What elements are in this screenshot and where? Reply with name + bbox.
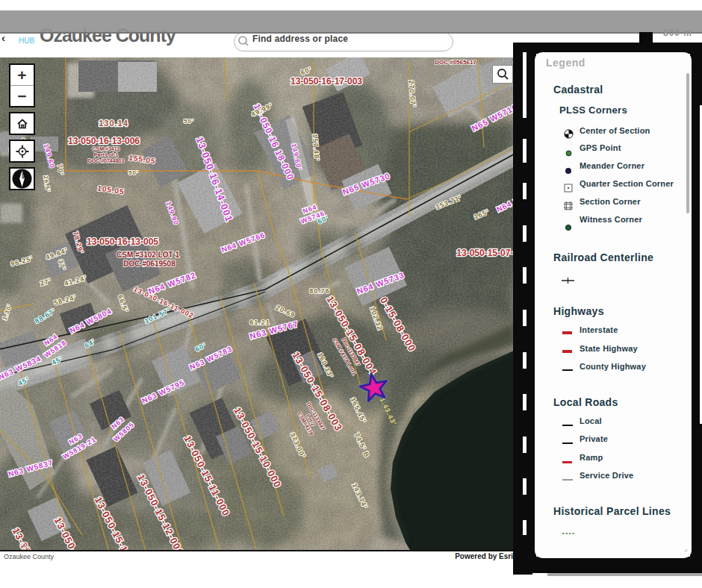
svg-text:CSM #3413: CSM #3413 xyxy=(93,146,120,151)
svg-text:13-050-16-13-006: 13-050-16-13-006 xyxy=(68,136,140,146)
svg-text:13-050-16-17-003: 13-050-16-17-003 xyxy=(291,76,362,87)
svg-text:50': 50' xyxy=(184,118,194,125)
svg-text:DOC #0565617: DOC #0565617 xyxy=(435,59,476,66)
svg-text:DOC #0744803: DOC #0744803 xyxy=(88,158,125,163)
svg-text:13-050-15-07-00: 13-050-15-07-00 xyxy=(456,248,515,258)
svg-text:DOC #0619508: DOC #0619508 xyxy=(123,260,176,268)
svg-text:80.76: 80.76 xyxy=(309,287,330,295)
svg-text:130.14: 130.14 xyxy=(99,119,128,128)
svg-text:61.21: 61.21 xyxy=(249,319,270,326)
svg-text:70': 70' xyxy=(56,163,65,175)
svg-text:CSM #3102 LOT 1: CSM #3102 LOT 1 xyxy=(117,251,179,259)
svg-text:Part Lot 1: Part Lot 1 xyxy=(94,152,118,157)
svg-text:50': 50' xyxy=(128,169,139,176)
svg-text:13-050-16-13-005: 13-050-16-13-005 xyxy=(87,237,158,247)
